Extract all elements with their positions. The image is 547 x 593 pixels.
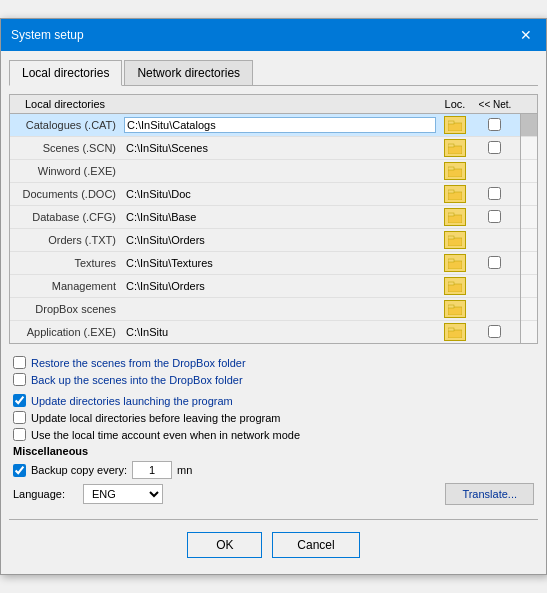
folder-button[interactable] [444,323,466,341]
path-text [124,308,436,310]
tab-network-directories[interactable]: Network directories [124,60,253,86]
use-local-time-row: Use the local time account even when in … [13,428,534,441]
col-header-scrollbar [520,95,537,114]
row-folder-btn-cell [440,160,470,183]
row-label: Application (.EXE) [10,321,120,344]
path-text: C:\InSitu\Doc [124,187,436,201]
row-net-cell [470,183,520,206]
folder-button[interactable] [444,208,466,226]
tab-local-directories[interactable]: Local directories [9,60,122,86]
svg-rect-3 [448,144,454,147]
directories-table-container: Local directories Loc. << Net. Catalogue… [9,94,538,344]
table-row[interactable]: Database (.CFG)C:\InSitu\Base [10,206,537,229]
update-local-row: Update local directories before leaving … [13,411,534,424]
restore-scenes-label: Restore the scenes from the DropBox fold… [31,357,246,369]
folder-button[interactable] [444,254,466,272]
row-path[interactable] [120,160,440,183]
col-header-directories: Local directories [10,95,120,114]
scrollbar-cell [520,298,537,321]
row-path[interactable]: C:\InSitu\Orders [120,275,440,298]
folder-button[interactable] [444,139,466,157]
folder-button[interactable] [444,185,466,203]
svg-rect-13 [448,259,454,262]
row-net-cell [470,114,520,137]
col-header-loc: Loc. [440,95,470,114]
path-input[interactable] [124,117,436,133]
scrollbar-cell [520,229,537,252]
row-net-cell [470,252,520,275]
table-row[interactable]: DropBox scenes [10,298,537,321]
scrollbar-cell [520,160,537,183]
table-row[interactable]: Documents (.DOC)C:\InSitu\Doc [10,183,537,206]
scrollbar-cell [520,206,537,229]
row-folder-btn-cell [440,321,470,344]
table-row[interactable]: Orders (.TXT)C:\InSitu\Orders [10,229,537,252]
close-button[interactable]: ✕ [516,25,536,45]
table-row[interactable]: Catalogues (.CAT) [10,114,537,137]
language-select[interactable]: ENG FRA DEU ESP [83,484,163,504]
row-path[interactable] [120,298,440,321]
row-label: Documents (.DOC) [10,183,120,206]
net-checkbox[interactable] [488,325,501,338]
row-folder-btn-cell [440,229,470,252]
net-checkbox[interactable] [488,210,501,223]
net-checkbox[interactable] [488,118,501,131]
scrollbar-cell [520,137,537,160]
net-checkbox[interactable] [488,256,501,269]
row-path[interactable]: C:\InSitu\Orders [120,229,440,252]
update-dirs-checkbox[interactable] [13,394,26,407]
row-net-cell [470,206,520,229]
scrollbar-cell [520,252,537,275]
folder-button[interactable] [444,277,466,295]
update-dirs-label: Update directories launching the program [31,395,233,407]
path-text: C:\InSitu [124,325,436,339]
row-net-cell [470,229,520,252]
row-folder-btn-cell [440,183,470,206]
bottom-section: Restore the scenes from the DropBox fold… [9,352,538,513]
row-folder-btn-cell [440,206,470,229]
table-row[interactable]: Winword (.EXE) [10,160,537,183]
ok-button[interactable]: OK [187,532,262,558]
folder-button[interactable] [444,231,466,249]
net-checkbox[interactable] [488,141,501,154]
row-path[interactable] [120,114,440,137]
translate-button[interactable]: Translate... [445,483,534,505]
language-label: Language: [13,488,83,500]
row-net-cell [470,160,520,183]
svg-rect-19 [448,328,454,331]
table-row[interactable]: TexturesC:\InSitu\Textures [10,252,537,275]
row-label: Scenes (.SCN) [10,137,120,160]
row-label: Management [10,275,120,298]
folder-button[interactable] [444,300,466,318]
path-text: C:\InSitu\Base [124,210,436,224]
row-path[interactable]: C:\InSitu\Base [120,206,440,229]
restore-scenes-checkbox[interactable] [13,356,26,369]
language-row: Language: ENG FRA DEU ESP Translate... [13,483,534,505]
backup-copy-row: Backup copy every: mn [13,461,534,479]
backup-copy-label: Backup copy every: [31,464,127,476]
row-path[interactable]: C:\InSitu\Textures [120,252,440,275]
backup-copy-checkbox[interactable] [13,464,26,477]
folder-button[interactable] [444,162,466,180]
backup-copy-value[interactable] [132,461,172,479]
dialog-body: Local directories Network directories Lo… [1,51,546,574]
use-local-time-checkbox[interactable] [13,428,26,441]
table-row[interactable]: Scenes (.SCN)C:\InSitu\Scenes [10,137,537,160]
row-folder-btn-cell [440,252,470,275]
restore-scenes-row: Restore the scenes from the DropBox fold… [13,356,534,369]
update-local-checkbox[interactable] [13,411,26,424]
row-path[interactable]: C:\InSitu\Scenes [120,137,440,160]
button-row: OK Cancel [9,526,538,566]
miscellaneous-label: Miscellaneous [13,445,534,457]
folder-button[interactable] [444,116,466,134]
net-checkbox[interactable] [488,187,501,200]
row-path[interactable]: C:\InSitu [120,321,440,344]
scrollbar-cell [520,321,537,344]
row-net-cell [470,321,520,344]
table-row[interactable]: Application (.EXE)C:\InSitu [10,321,537,344]
backup-scenes-checkbox[interactable] [13,373,26,386]
table-row[interactable]: ManagementC:\InSitu\Orders [10,275,537,298]
row-path[interactable]: C:\InSitu\Doc [120,183,440,206]
cancel-button[interactable]: Cancel [272,532,359,558]
row-folder-btn-cell [440,137,470,160]
